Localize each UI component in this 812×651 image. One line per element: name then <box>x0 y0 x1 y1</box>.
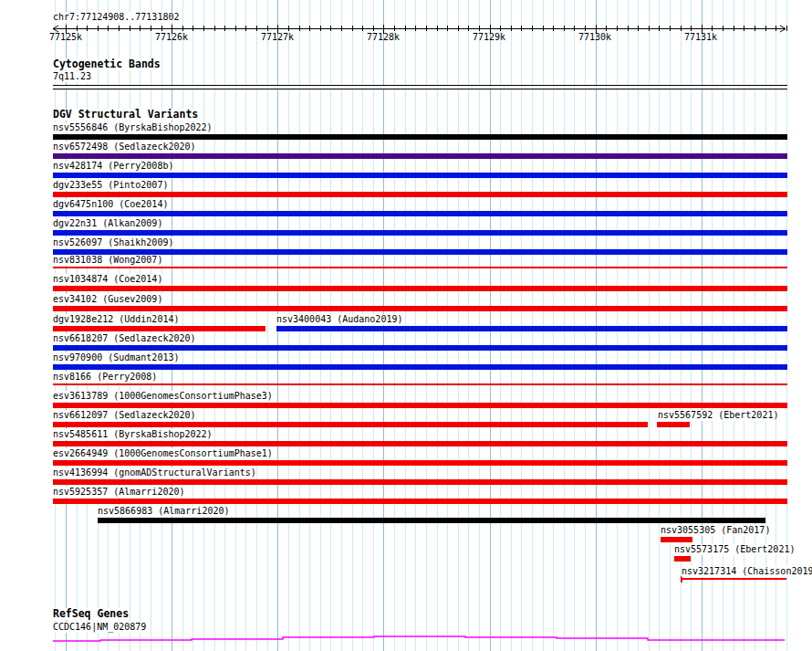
variant-label[interactable]: dgv6475n100 (Coe2014) <box>53 199 168 210</box>
variant-bar[interactable] <box>53 460 787 466</box>
variant-label[interactable]: nsv5567592 (Ebert2021) <box>658 410 778 421</box>
cytoband-track-rect[interactable] <box>53 85 787 89</box>
variant-bar[interactable] <box>53 499 787 504</box>
variant-bar[interactable] <box>681 578 786 580</box>
variant-label[interactable]: nsv970900 (Sudmant2013) <box>53 352 179 363</box>
variant-bar[interactable] <box>276 326 787 331</box>
variant-bar[interactable] <box>53 403 787 408</box>
variant-label[interactable]: dgv233e55 (Pinto2007) <box>53 180 168 191</box>
variant-bar[interactable] <box>53 153 787 159</box>
variant-bar-left-cap <box>681 576 682 583</box>
dgv-structural-variants-title: DGV Structural Variants <box>53 109 198 121</box>
variant-label[interactable]: dgv1928e212 (Uddin2014) <box>53 314 179 325</box>
variant-bar[interactable] <box>53 134 787 140</box>
refseq-gene-label[interactable]: CCDC146|NM_020879 <box>53 622 146 633</box>
variant-bar[interactable] <box>53 249 787 255</box>
variant-label[interactable]: nsv6572498 (Sedlazeck2020) <box>53 142 196 152</box>
variant-bar[interactable] <box>661 537 692 542</box>
variant-label[interactable]: nsv5866983 (Almarri2020) <box>98 506 230 517</box>
variant-label[interactable]: dgv22n31 (Alkan2009) <box>53 218 162 229</box>
variant-label[interactable]: nsv526097 (Shaikh2009) <box>53 237 173 248</box>
variant-label[interactable]: nsv3055305 (Fan2017) <box>661 525 770 536</box>
variant-bar[interactable] <box>53 230 787 236</box>
variant-bar[interactable] <box>657 422 690 427</box>
variant-bar[interactable] <box>674 556 691 562</box>
variant-bar[interactable] <box>53 479 787 485</box>
variant-bar[interactable] <box>53 345 787 351</box>
region-title: chr7:77124908..77131802 <box>53 12 179 23</box>
ruler-tick-label: 77127k <box>257 32 297 43</box>
cytogenetic-bands-title: Cytogenetic Bands <box>53 58 161 70</box>
ruler-tick-label: 77130k <box>575 32 615 43</box>
variant-label[interactable]: nsv3217314 (Chaisson2019) <box>682 566 812 577</box>
refseq-gene-line[interactable] <box>53 636 785 641</box>
variant-label[interactable]: esv2664949 (1000GenomesConsortiumPhase1) <box>53 448 273 459</box>
variant-label[interactable]: nsv6612097 (Sedlazeck2020) <box>53 410 196 421</box>
variant-bar[interactable] <box>98 518 765 523</box>
variant-bar[interactable] <box>53 383 787 385</box>
variant-label[interactable]: nsv4136994 (gnomADStructuralVariants) <box>53 467 256 478</box>
ruler-tick-label: 77131k <box>681 32 721 43</box>
variant-bar[interactable] <box>53 211 787 216</box>
variant-label[interactable]: nsv5573175 (Ebert2021) <box>674 544 795 555</box>
variant-label[interactable]: nsv831038 (Wong2007) <box>53 255 162 266</box>
variant-label[interactable]: nsv5556846 (ByrskaBishop2022) <box>53 122 213 133</box>
variant-bar[interactable] <box>53 192 787 197</box>
variant-bar[interactable] <box>53 326 265 331</box>
ruler-tick-label: 77129k <box>469 32 509 43</box>
variant-label[interactable]: esv34102 (Gusev2009) <box>53 294 162 305</box>
variant-bar[interactable] <box>53 173 787 178</box>
variant-label[interactable]: nsv1034874 (Coe2014) <box>53 274 162 285</box>
variant-label[interactable]: nsv8166 (Perry2008) <box>53 372 157 383</box>
genome-browser-view: chr7:77124908..77131802 77125k77126k7712… <box>0 0 812 651</box>
variant-bar[interactable] <box>53 422 648 427</box>
variant-label[interactable]: nsv428174 (Perry2008b) <box>53 161 173 172</box>
ruler-tick-label: 77128k <box>363 32 403 43</box>
ruler-tick-label: 77126k <box>151 32 192 43</box>
variant-bar[interactable] <box>53 306 787 311</box>
refseq-genes-title: RefSeq Genes <box>53 608 129 620</box>
variant-bar[interactable] <box>53 441 787 446</box>
variant-bar[interactable] <box>53 364 787 370</box>
variant-bar[interactable] <box>53 286 787 291</box>
variant-label[interactable]: nsv5485611 (ByrskaBishop2022) <box>53 429 213 440</box>
variant-label[interactable]: nsv3400043 (Audano2019) <box>276 314 402 325</box>
variant-bar[interactable] <box>53 267 787 268</box>
variant-label[interactable]: nsv5925357 (Almarri2020) <box>53 487 185 498</box>
variant-label[interactable]: esv3613789 (1000GenomesConsortiumPhase3) <box>53 391 273 402</box>
ruler-tick-label: 77125k <box>46 32 86 43</box>
cytoband-label[interactable]: 7q11.23 <box>53 71 91 82</box>
variant-label[interactable]: nsv6618207 (Sedlazeck2020) <box>53 333 196 344</box>
